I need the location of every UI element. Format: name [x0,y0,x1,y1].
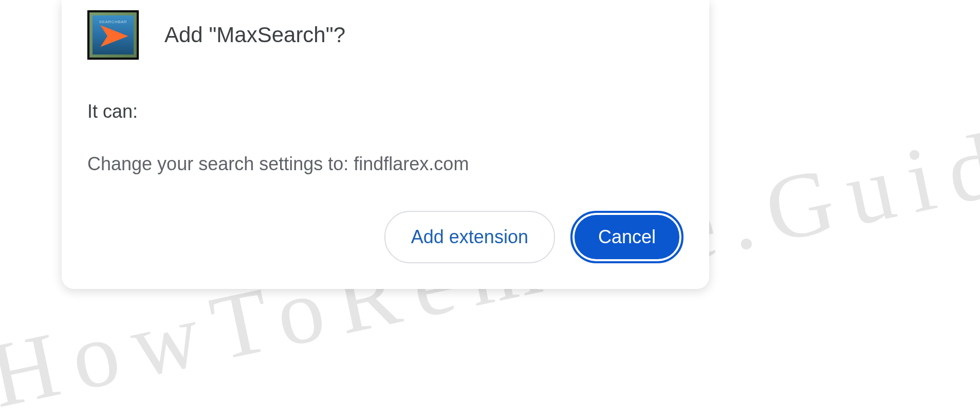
dialog-header: SEARCHBAR ➤ Add "MaxSearch"? [87,10,683,60]
add-extension-button[interactable]: Add extension [384,211,555,263]
dialog-actions: Add extension Cancel [87,211,683,263]
extension-icon: SEARCHBAR ➤ [87,10,139,60]
dialog-body: It can: Change your search settings to: … [87,101,683,175]
dialog-title: Add "MaxSearch"? [164,23,345,47]
permissions-heading: It can: [87,101,683,122]
extension-install-dialog: SEARCHBAR ➤ Add "MaxSearch"? It can: Cha… [62,0,709,289]
cancel-button[interactable]: Cancel [570,211,683,263]
permission-item: Change your search settings to: findflar… [87,153,683,175]
